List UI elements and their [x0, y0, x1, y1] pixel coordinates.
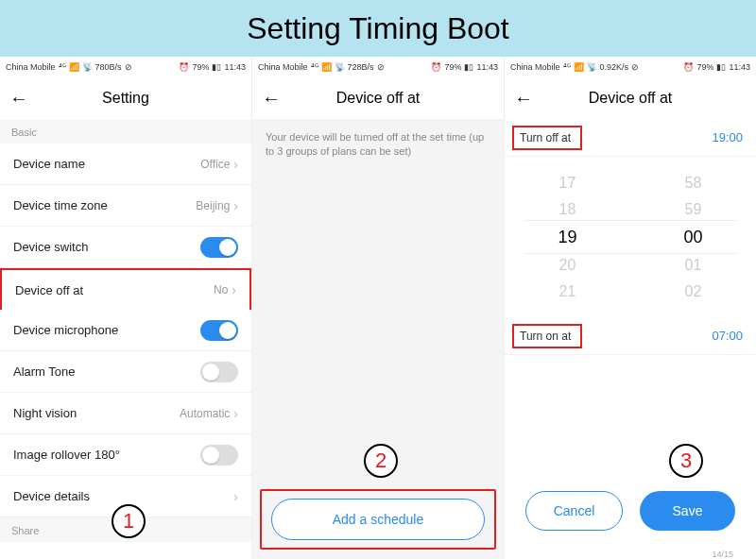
add-schedule-button[interactable]: Add a schedule [271, 499, 485, 540]
battery-pct: 79% [192, 62, 209, 72]
picker-item[interactable]: 17 [559, 175, 576, 192]
back-button[interactable]: ← [262, 88, 281, 110]
row-device-off-at[interactable]: Device off at No› [0, 268, 251, 310]
toggle-rollover[interactable] [200, 445, 238, 466]
wifi-icon: 📡 [82, 62, 93, 72]
row-turn-off-at[interactable]: Turn off at 19:00 [505, 119, 756, 157]
net-speed: 780B/s [95, 62, 122, 72]
row-value: No [214, 283, 228, 296]
wifi-icon: 📡 [587, 62, 597, 72]
page-indicator: 14/15 [505, 550, 756, 559]
nav-title: Setting [0, 90, 251, 107]
chevron-right-icon: › [233, 157, 238, 172]
back-button[interactable]: ← [514, 88, 533, 110]
phone-3: China Mobile ⁴ᴳ 📶 📡 0.92K/s ⊘ ⏰ 79% ▮▯ 1… [505, 57, 756, 559]
alarm-icon: ⏰ [431, 62, 441, 72]
hint-text: Your device will be turned off at the se… [252, 119, 504, 171]
button-row: Cancel Save [505, 472, 756, 550]
lte-icon: ⁴ᴳ [59, 62, 66, 72]
picker-item[interactable]: 02 [685, 283, 702, 300]
alarm-icon: ⏰ [683, 62, 694, 72]
alarm-icon: ⏰ [179, 62, 189, 72]
battery-pct: 79% [696, 62, 713, 72]
row-turn-on-at[interactable]: Turn on at 07:00 [505, 317, 756, 355]
carrier-label: China Mobile [510, 62, 560, 72]
row-rollover[interactable]: Image rollover 180° [0, 434, 251, 476]
row-label: Night vision [13, 406, 77, 420]
back-button[interactable]: ← [9, 88, 28, 110]
battery-icon: ▮▯ [212, 62, 221, 72]
nav-bar: ← Device off at [505, 77, 756, 119]
row-night-vision[interactable]: Night vision Automatic› [0, 393, 251, 434]
row-label: Turn off at [512, 126, 582, 150]
empty-area [252, 171, 504, 489]
row-label: Device off at [15, 283, 83, 297]
callout-1: 1 [112, 504, 146, 538]
toggle-microphone[interactable] [200, 320, 238, 341]
phones-row: China Mobile ⁴ᴳ 📶 📡 780B/s ⊘ ⏰ 79% ▮▯ 11… [0, 57, 756, 559]
row-value: Beijing [196, 199, 230, 212]
row-label: Device microphone [13, 323, 118, 337]
status-bar: China Mobile ⁴ᴳ 📶 📡 728B/s ⊘ ⏰ 79% ▮▯ 11… [252, 57, 504, 77]
picker-item[interactable]: 58 [685, 175, 702, 192]
time-value: 19:00 [712, 130, 743, 144]
picker-item[interactable]: 21 [559, 283, 576, 300]
row-label: Image rollover 180° [13, 448, 120, 462]
mute-icon: ⊘ [125, 62, 132, 72]
clock-text: 11:43 [224, 62, 246, 72]
lte-icon: ⁴ᴳ [311, 62, 318, 72]
picker-item[interactable]: 20 [559, 257, 576, 274]
signal-icon: 📶 [574, 62, 584, 72]
lte-icon: ⁴ᴳ [563, 62, 571, 72]
row-label: Device switch [13, 240, 88, 254]
row-label: Alarm Tone [13, 364, 76, 379]
status-bar: China Mobile ⁴ᴳ 📶 📡 0.92K/s ⊘ ⏰ 79% ▮▯ 1… [505, 57, 756, 77]
clock-text: 11:43 [729, 62, 750, 72]
nav-bar: ← Setting [0, 77, 251, 119]
time-value: 07:00 [712, 329, 743, 343]
picker-item[interactable]: 01 [685, 257, 702, 274]
chevron-right-icon: › [232, 282, 236, 297]
time-picker[interactable]: 17 18 19 20 21 58 59 00 01 02 [505, 157, 756, 317]
callout-3: 3 [669, 444, 703, 478]
carrier-label: China Mobile [258, 62, 308, 72]
toggle-alarm[interactable] [200, 362, 238, 382]
row-value: Automatic [180, 407, 230, 420]
row-device-switch[interactable]: Device switch [0, 227, 251, 268]
wifi-icon: 📡 [335, 62, 345, 72]
phone-2: China Mobile ⁴ᴳ 📶 📡 728B/s ⊘ ⏰ 79% ▮▯ 11… [252, 57, 505, 559]
battery-icon: ▮▯ [716, 62, 726, 72]
nav-bar: ← Device off at [252, 77, 504, 119]
save-button[interactable]: Save [640, 491, 735, 531]
chevron-right-icon: › [233, 489, 238, 504]
battery-pct: 79% [444, 62, 461, 72]
row-microphone[interactable]: Device microphone [0, 310, 251, 351]
section-basic: Basic [0, 119, 251, 144]
row-label: Device name [13, 157, 85, 171]
chevron-right-icon: › [233, 406, 238, 421]
toggle-device-switch[interactable] [200, 237, 238, 258]
clock-text: 11:43 [476, 62, 498, 72]
row-value: Office [200, 158, 230, 171]
chevron-right-icon: › [233, 198, 238, 213]
row-label: Turn on at [512, 324, 582, 348]
row-label: Device details [13, 489, 90, 503]
nav-title: Device off at [505, 90, 756, 107]
signal-icon: 📶 [321, 62, 332, 72]
picker-item[interactable]: 18 [559, 201, 576, 218]
nav-title: Device off at [252, 90, 504, 107]
row-alarm-tone[interactable]: Alarm Tone [0, 351, 251, 393]
row-device-name[interactable]: Device name Office› [0, 144, 251, 185]
cancel-button[interactable]: Cancel [525, 491, 623, 531]
net-speed: 728B/s [348, 62, 374, 72]
row-time-zone[interactable]: Device time zone Beijing› [0, 185, 251, 227]
carrier-label: China Mobile [6, 62, 56, 72]
status-bar: China Mobile ⁴ᴳ 📶 📡 780B/s ⊘ ⏰ 79% ▮▯ 11… [0, 57, 251, 77]
callout-2: 2 [364, 444, 398, 478]
phone-1: China Mobile ⁴ᴳ 📶 📡 780B/s ⊘ ⏰ 79% ▮▯ 11… [0, 57, 252, 559]
mute-icon: ⊘ [631, 62, 639, 72]
picker-item[interactable]: 59 [685, 201, 702, 218]
row-label: Device time zone [13, 198, 108, 212]
signal-icon: 📶 [69, 62, 79, 72]
battery-icon: ▮▯ [464, 62, 473, 72]
